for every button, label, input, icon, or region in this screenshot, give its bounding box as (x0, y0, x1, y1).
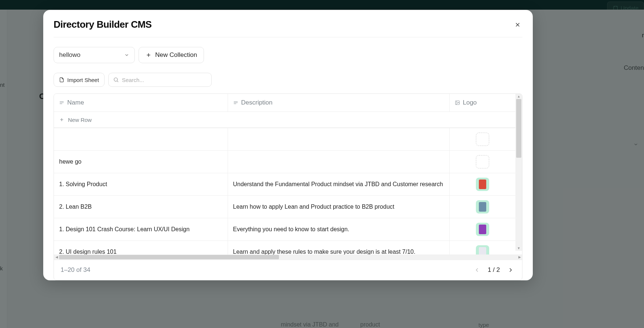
scroll-up-arrow-icon[interactable]: ▲ (515, 94, 522, 99)
horizontal-scrollbar[interactable]: ◀ ▶ (54, 254, 522, 260)
collection-selector[interactable]: hellowo (54, 47, 135, 63)
close-icon (514, 21, 521, 28)
new-row-label: New Row (68, 117, 92, 123)
svg-point-14 (456, 102, 457, 102)
logo-image-icon (479, 202, 486, 212)
text-field-icon (59, 100, 64, 105)
table-row[interactable]: 1. Solving ProductUnderstand the Fundame… (54, 173, 516, 196)
scroll-right-arrow-icon[interactable]: ▶ (517, 255, 522, 259)
scroll-down-arrow-icon[interactable]: ▼ (515, 246, 522, 251)
cms-modal: Directory Builder CMS hellowo New Collec… (43, 10, 533, 280)
modal-title: Directory Builder CMS (54, 19, 151, 30)
cell-logo[interactable] (449, 241, 516, 255)
plus-icon (59, 117, 64, 122)
close-button[interactable] (513, 20, 522, 30)
scroll-left-arrow-icon[interactable]: ◀ (54, 255, 59, 259)
logo-image-icon (479, 247, 486, 254)
logo-placeholder[interactable] (476, 133, 489, 146)
search-icon (113, 77, 119, 83)
data-table: Name Description (54, 94, 516, 254)
svg-point-5 (114, 78, 117, 81)
table-row[interactable]: 2. UI design rules 101Learn and apply th… (54, 241, 516, 255)
new-collection-label: New Collection (155, 51, 197, 59)
table-row[interactable]: 2. Lean B2BLearn how to apply Lean and P… (54, 196, 516, 218)
col-header-logo[interactable]: Logo (449, 94, 516, 112)
cell-description[interactable] (228, 151, 449, 173)
horizontal-scrollbar-thumb[interactable] (59, 255, 279, 259)
cell-description[interactable]: Everything you need to know to start des… (228, 218, 449, 241)
cell-description[interactable]: Understand the Fundamental Product minds… (228, 173, 449, 196)
logo-placeholder[interactable] (476, 155, 489, 168)
toolbar-primary: hellowo New Collection (54, 47, 522, 63)
logo-thumbnail[interactable] (476, 178, 489, 191)
logo-image-icon (479, 225, 486, 234)
cell-name[interactable]: hewe go (54, 151, 228, 173)
cell-description[interactable]: Learn and apply these rules to make sure… (228, 241, 449, 255)
new-row-button[interactable]: New Row (54, 112, 516, 128)
col-header-name-label: Name (67, 99, 84, 106)
modal-header: Directory Builder CMS (43, 10, 533, 37)
cell-logo[interactable] (449, 218, 516, 241)
table-body: New Row hewe go1. Solving ProductUnderst… (54, 112, 516, 255)
collection-selector-value: hellowo (59, 51, 81, 59)
cell-description[interactable]: Learn how to apply Lean and Product prac… (228, 196, 449, 218)
table-row[interactable]: hewe go (54, 151, 516, 173)
cell-name[interactable]: 2. UI design rules 101 (54, 241, 228, 255)
cell-description[interactable] (228, 128, 449, 151)
search-field-wrap[interactable] (108, 73, 212, 87)
image-field-icon (455, 100, 460, 105)
cell-logo[interactable] (449, 196, 516, 218)
svg-line-6 (117, 81, 118, 82)
cell-name[interactable]: 1. Solving Product (54, 173, 228, 196)
chevron-right-icon (507, 267, 514, 273)
table-wrap: Name Description (54, 93, 522, 280)
text-field-icon (233, 100, 238, 105)
prev-page-button[interactable] (472, 265, 482, 275)
pagination-controls: 1 / 2 (472, 265, 515, 275)
next-page-button[interactable] (506, 265, 515, 275)
cell-logo[interactable] (449, 128, 516, 151)
horizontal-scrollbar-track[interactable] (59, 254, 517, 260)
table-row[interactable] (54, 128, 516, 151)
cell-logo[interactable] (449, 173, 516, 196)
table-row[interactable]: 1. Design 101 Crash Course: Learn UX/UI … (54, 218, 516, 241)
logo-thumbnail[interactable] (476, 245, 489, 254)
chevron-left-icon (474, 267, 480, 273)
vertical-scrollbar[interactable]: ▲ ▼ (515, 94, 522, 251)
logo-thumbnail[interactable] (476, 200, 489, 213)
col-header-description-label: Description (241, 99, 273, 106)
col-header-description[interactable]: Description (228, 94, 449, 112)
table-scroll: Name Description (54, 94, 522, 254)
logo-thumbnail[interactable] (476, 223, 489, 236)
pagination-range: 1–20 of 34 (61, 266, 90, 274)
page-indicator: 1 / 2 (488, 266, 500, 274)
import-sheet-label: Import Sheet (67, 77, 99, 83)
table-footer: 1–20 of 34 1 / 2 (54, 260, 522, 280)
search-input[interactable] (122, 77, 207, 83)
cell-name[interactable]: 1. Design 101 Crash Course: Learn UX/UI … (54, 218, 228, 241)
logo-image-icon (479, 180, 486, 189)
import-sheet-button[interactable]: Import Sheet (54, 73, 105, 87)
vertical-scrollbar-track[interactable] (515, 99, 522, 246)
cell-name[interactable]: 2. Lean B2B (54, 196, 228, 218)
cell-name[interactable] (54, 128, 228, 151)
vertical-scrollbar-thumb[interactable] (516, 99, 521, 158)
file-icon (59, 77, 64, 82)
new-collection-button[interactable]: New Collection (139, 47, 204, 63)
cell-logo[interactable] (449, 151, 516, 173)
col-header-logo-label: Logo (463, 99, 477, 106)
col-header-name[interactable]: Name (54, 94, 228, 112)
modal-body: hellowo New Collection Import Sheet (43, 37, 533, 280)
toolbar-secondary: Import Sheet (54, 73, 522, 87)
chevron-down-icon (124, 52, 129, 58)
plus-icon (146, 52, 151, 58)
